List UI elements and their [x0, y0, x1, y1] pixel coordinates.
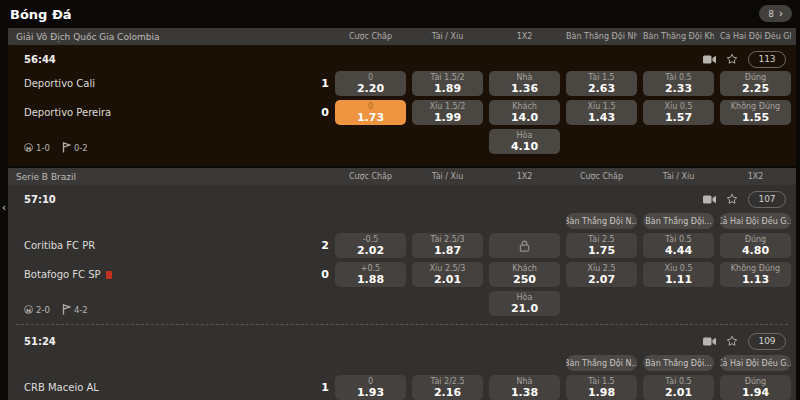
odds-cell[interactable]: Không Đúng1.55 — [720, 100, 791, 125]
odds-line: Xỉu 0.5 — [664, 102, 692, 112]
odds-line: Xỉu 1.5/2 — [430, 102, 466, 112]
odds-value: 2.01 — [665, 387, 692, 399]
odds-cell-draw[interactable]: Hòa4.10 — [489, 129, 560, 154]
odds-value: 1.75 — [588, 245, 615, 257]
odds-cell-locked — [489, 233, 560, 258]
odds-cell[interactable]: Đúng4.80 — [720, 233, 791, 258]
favorite-star-icon[interactable] — [726, 53, 738, 65]
live-stream-icon[interactable] — [703, 54, 716, 65]
odds-value: 14.0 — [511, 112, 538, 124]
odds-value: 1.89 — [434, 83, 461, 95]
column-header-away-goals: Bàn Thắng Đội Khá... — [643, 32, 714, 41]
odds-cell[interactable]: -0.52.02 — [335, 233, 406, 258]
odds-cell[interactable]: Tài 2/2.52.16 — [412, 375, 483, 400]
odds-value: 1.99 — [434, 112, 461, 124]
lock-icon — [519, 240, 530, 252]
odds-value: 2.02 — [357, 245, 384, 257]
league-name: Serie B Brazil — [16, 172, 329, 182]
match-top-row: 56:44 113 — [8, 45, 796, 67]
odds-value: 2.25 — [742, 83, 769, 95]
sub-markets-row: Bàn Thắng Đội N... Bàn Thắng Đội... Cả H… — [8, 213, 796, 229]
markets-count-badge[interactable]: 107 — [748, 191, 786, 208]
favorite-star-icon[interactable] — [726, 335, 738, 347]
odds-value: 2.01 — [434, 274, 461, 286]
column-header-handicap: Cược Chấp — [335, 172, 406, 181]
odds-line: Tài 2.5 — [588, 235, 614, 245]
odds-cell[interactable]: Khách250 — [489, 262, 560, 287]
pagination-button[interactable]: 8 › — [759, 5, 792, 22]
odds-line: Khách — [512, 102, 537, 112]
odds-line: Đúng — [745, 235, 766, 245]
subtab-btts[interactable]: Cả Hai Đội Đều G... — [720, 355, 791, 371]
match-timer: 57:10 — [24, 194, 56, 205]
column-header-1x2-2: 1X2 — [720, 172, 791, 181]
odds-cell[interactable]: Tài 1.51.98 — [566, 375, 637, 400]
match-top-row: 51:24 109 — [8, 327, 796, 349]
team-score: 2 — [303, 239, 329, 252]
odds-cell-selected[interactable]: 01.73 — [335, 100, 406, 125]
odds-value: 1.93 — [357, 387, 384, 399]
top-bar: Bóng Đá 8 › — [0, 0, 800, 28]
odds-line: Tài 2.5/3 — [430, 235, 464, 245]
halftime-icon: H — [24, 305, 33, 314]
odds-cell[interactable]: 02.20 — [335, 71, 406, 96]
markets-count-badge[interactable]: 109 — [748, 333, 786, 350]
odds-cell[interactable]: Đúng1.94 — [720, 375, 791, 400]
odds-cell[interactable]: Tài 1.5/21.89 — [412, 71, 483, 96]
odds-cell[interactable]: +0.51.88 — [335, 262, 406, 287]
halftime-stat: H 2-0 — [24, 305, 50, 315]
odds-cell[interactable]: Tài 0.54.44 — [643, 233, 714, 258]
odds-cell[interactable]: Tài 2.51.75 — [566, 233, 637, 258]
halftime-score: 1-0 — [36, 143, 50, 153]
odds-cell[interactable]: Tài 1.52.63 — [566, 71, 637, 96]
chevron-right-icon: › — [779, 8, 783, 19]
team-name: Deportivo Pereira — [24, 107, 111, 118]
odds-cell[interactable]: Xỉu 2.52.07 — [566, 262, 637, 287]
odds-cell[interactable]: Xỉu 2.5/32.01 — [412, 262, 483, 287]
odds-cell[interactable]: Tài 0.52.01 — [643, 375, 714, 400]
live-stream-icon[interactable] — [703, 336, 716, 347]
subtab-away-goals[interactable]: Bàn Thắng Đội... — [643, 355, 714, 371]
odds-cell[interactable]: Nhà1.36 — [489, 71, 560, 96]
odds-cell[interactable]: 01.93 — [335, 375, 406, 400]
odds-line: Nhà — [517, 377, 533, 387]
live-stream-icon[interactable] — [703, 194, 716, 205]
odds-cell[interactable]: Đúng2.25 — [720, 71, 791, 96]
subtab-away-goals[interactable]: Bàn Thắng Đội... — [643, 213, 714, 229]
corners-score: 4-2 — [74, 305, 88, 315]
column-header-btts: Cả Hai Đội Đều Gh... — [720, 32, 791, 41]
match-card: 56:44 113 Deportivo Cali 1 02.20 Tài 1.5… — [8, 45, 796, 166]
odds-cell[interactable]: Xỉu 0.51.11 — [643, 262, 714, 287]
odds-value: 2.07 — [588, 274, 615, 286]
team-name: CRB Maceio AL — [24, 382, 99, 393]
subtab-home-goals[interactable]: Bàn Thắng Đội N... — [566, 355, 637, 371]
panel-collapse-arrow[interactable]: ‹ — [0, 196, 8, 218]
odds-value: 2.16 — [434, 387, 461, 399]
draw-row: H 2-0 4-2 Hòa21.0 — [8, 291, 796, 316]
match-stats: H 1-0 0-2 — [16, 142, 329, 154]
odds-cell[interactable]: Không Đúng1.13 — [720, 262, 791, 287]
odds-cell[interactable]: Khách14.0 — [489, 100, 560, 125]
odds-line: Không Đúng — [731, 264, 780, 274]
column-header-handicap: Cược Chấp — [335, 32, 406, 41]
subtab-home-goals[interactable]: Bàn Thắng Đội N... — [566, 213, 637, 229]
favorite-star-icon[interactable] — [726, 193, 738, 205]
markets-count-badge[interactable]: 113 — [748, 51, 786, 68]
odds-cell[interactable]: Xỉu 1.51.43 — [566, 100, 637, 125]
odds-value: 1.94 — [742, 387, 769, 399]
team-name: Botafogo FC SP — [24, 269, 101, 280]
odds-cell[interactable]: Nhà1.38 — [489, 375, 560, 400]
odds-cell-draw[interactable]: Hòa21.0 — [489, 291, 560, 316]
odds-cell[interactable]: Xỉu 1.5/21.99 — [412, 100, 483, 125]
corner-flag-icon — [62, 304, 71, 315]
odds-value: 4.80 — [742, 245, 769, 257]
odds-value: 4.10 — [511, 141, 538, 153]
odds-cell[interactable]: Xỉu 0.51.57 — [643, 100, 714, 125]
odds-value: 1.38 — [511, 387, 538, 399]
odds-line: Đúng — [745, 377, 766, 387]
odds-line: Hòa — [517, 293, 533, 303]
odds-line: -0.5 — [363, 235, 379, 245]
subtab-btts[interactable]: Cả Hai Đội Đều G... — [720, 213, 791, 229]
odds-cell[interactable]: Tài 2.5/31.87 — [412, 233, 483, 258]
odds-cell[interactable]: Tài 0.52.33 — [643, 71, 714, 96]
